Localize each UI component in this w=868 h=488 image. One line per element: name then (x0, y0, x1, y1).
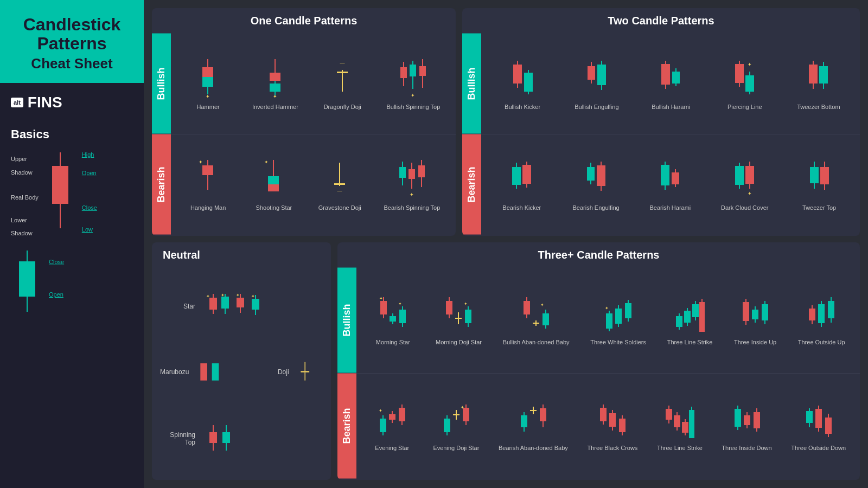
three-line-strike-bear-candle (663, 400, 696, 441)
bearish-engulfing-label: Bearish Engulfing (572, 204, 619, 211)
svg-rect-113 (810, 167, 819, 183)
svg-rect-187 (676, 316, 682, 327)
pattern-dragonfly-doji: — Dragonfly Doji (321, 56, 364, 111)
inverted-hammer-candle: ✦ (260, 56, 290, 100)
two-candle-title: Two Candle Patterns (462, 8, 860, 34)
one-candle-bearish: Bearish ✦ Hanging Man (152, 134, 456, 235)
logo-alt: alt (11, 98, 23, 107)
spinning-top-candles (203, 422, 274, 455)
three-outside-up-candle (805, 294, 838, 335)
doji-candle (297, 357, 323, 387)
three-candle-panel: Three+ Candle Patterns Bullish ✦ (337, 242, 860, 480)
pattern-morning-doji-star: ✦ Morning Doji Star (436, 294, 482, 346)
bullish-harami-label: Bullish Harami (652, 103, 690, 111)
sidebar-subtitle: Cheat Sheet (11, 55, 133, 72)
three-candle-bearish: Bearish (337, 374, 860, 479)
main-content: One Candle Patterns Bullish (144, 0, 868, 488)
pattern-evening-doji-star: ✦ Evening Doji Star (433, 400, 479, 452)
svg-rect-47 (399, 167, 406, 178)
svg-rect-63 (588, 66, 595, 80)
bearish-spinning-top-candle: ✦ (394, 157, 430, 201)
svg-text:✦: ✦ (398, 301, 402, 306)
svg-text:✦: ✦ (540, 303, 544, 307)
two-candle-bullish-patterns: Bullish Kicker (481, 34, 860, 134)
svg-rect-50 (409, 169, 415, 179)
two-candle-bullish-label: Bullish (462, 34, 481, 134)
basics-title: Basics (11, 127, 133, 142)
three-candle-bullish-patterns: ✦ ✦ (356, 268, 860, 373)
svg-rect-38 (268, 176, 279, 184)
open-label: Open (82, 170, 97, 176)
pattern-three-black-crows: Three Black Crows (587, 400, 637, 452)
pattern-tweezer-top: Tweezer Top (797, 157, 841, 211)
neutral-panel: Neutral Star ✦ ✦ ✦ (152, 242, 331, 480)
svg-rect-100 (661, 165, 669, 185)
svg-rect-85 (819, 66, 828, 84)
svg-rect-9 (202, 77, 213, 87)
svg-rect-109 (745, 166, 754, 184)
svg-rect-135 (212, 363, 219, 381)
svg-rect-216 (380, 419, 386, 432)
svg-text:—: — (337, 188, 342, 194)
svg-rect-274 (806, 411, 813, 423)
pattern-bullish-abandoned-baby: ✦ Bullish Aban-doned Baby (503, 294, 570, 346)
upper-shadow-label: UpperShadow (11, 152, 39, 178)
pattern-tweezer-bottom: Tweezer Bottom (797, 56, 840, 111)
three-candle-halves: Bullish ✦ (337, 268, 860, 478)
svg-rect-128 (237, 298, 244, 307)
svg-rect-1 (52, 166, 68, 204)
svg-text:✦: ✦ (236, 293, 240, 298)
svg-rect-271 (754, 412, 760, 428)
bearish-abandoned-baby-candle (517, 400, 550, 441)
three-candle-bullish-label: Bullish (337, 268, 356, 373)
evening-doji-star-candle: ✦ (440, 400, 473, 441)
one-candle-panel: One Candle Patterns Bullish (152, 8, 456, 236)
svg-rect-268 (744, 415, 750, 425)
svg-rect-190 (684, 311, 691, 323)
bearish-harami-label: Bearish Harami (649, 204, 691, 211)
three-black-crows-candle (596, 400, 629, 441)
svg-rect-167 (524, 301, 530, 314)
bullish-harami-candle (656, 56, 686, 100)
bearish-kicker-candle (507, 157, 537, 201)
svg-rect-132 (252, 299, 259, 310)
three-black-crows-label: Three Black Crows (587, 444, 637, 452)
pattern-bearish-kicker: Bearish Kicker (500, 157, 544, 211)
neutral-title: Neutral (152, 242, 331, 268)
basics-section: Basics UpperShadow Real Body LowerShadow… (0, 122, 144, 324)
three-candle-bearish-patterns: ✦ Evening Star (356, 374, 860, 479)
pattern-piercing-line: ✦ Piercing Line (723, 56, 767, 111)
svg-rect-251 (619, 419, 626, 432)
pattern-bearish-abandoned-baby: Bearish Aban-doned Baby (499, 400, 568, 452)
pattern-bearish-harami: Bearish Harami (648, 157, 692, 211)
svg-rect-233 (463, 408, 469, 421)
dark-cloud-cover-candle: ✦ (730, 157, 760, 201)
two-candle-halves: Bullish (462, 34, 860, 234)
svg-rect-207 (809, 309, 815, 320)
hanging-man-label: Hanging Man (190, 204, 226, 211)
morning-star-label: Morning Star (376, 338, 410, 346)
svg-rect-78 (745, 75, 754, 92)
svg-rect-236 (521, 415, 527, 427)
svg-rect-75 (735, 64, 744, 83)
morning-doji-star-label: Morning Doji Star (436, 338, 482, 346)
svg-rect-12 (270, 73, 280, 81)
neutral-content: Star ✦ ✦ ✦ ✦ (152, 268, 331, 478)
svg-rect-82 (809, 65, 818, 84)
svg-rect-124 (221, 297, 229, 309)
doji-label: Doji (261, 368, 289, 376)
svg-rect-226 (444, 419, 450, 432)
two-candle-bearish-patterns: Bearish Kicker (481, 134, 860, 235)
three-candle-title: Three+ Candle Patterns (337, 242, 860, 268)
bearish-label: Bearish (152, 134, 171, 235)
svg-text:✦: ✦ (379, 296, 383, 301)
logo-fins: FINS (28, 94, 62, 111)
bullish-kicker-candle (508, 56, 538, 100)
bearish-harami-candle (655, 157, 685, 201)
evening-star-candle: ✦ (376, 400, 409, 441)
bullish-spinning-top-label: Bullish Spinning Top (386, 103, 440, 111)
svg-rect-94 (587, 167, 595, 181)
close-label: Close (82, 204, 97, 211)
svg-rect-154 (399, 310, 406, 323)
pattern-three-outside-up: Three Outside Up (798, 294, 845, 346)
